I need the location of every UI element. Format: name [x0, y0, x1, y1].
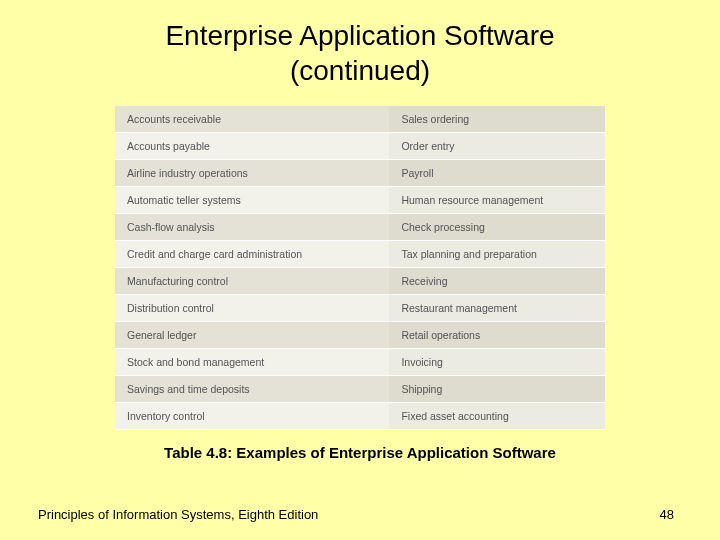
cell-left: Inventory control: [115, 403, 389, 429]
cell-left: Airline industry operations: [115, 160, 389, 186]
cell-left: Automatic teller systems: [115, 187, 389, 213]
cell-left: Credit and charge card administration: [115, 241, 389, 267]
cell-left: General ledger: [115, 322, 389, 348]
slide-title: Enterprise Application Software (continu…: [0, 0, 720, 88]
cell-left: Accounts receivable: [115, 106, 389, 132]
cell-right: Retail operations: [389, 322, 605, 348]
cell-left: Savings and time deposits: [115, 376, 389, 402]
cell-right: Human resource management: [389, 187, 605, 213]
cell-right: Payroll: [389, 160, 605, 186]
title-line-1: Enterprise Application Software: [165, 20, 554, 51]
table-row: Manufacturing control Receiving: [115, 268, 605, 295]
cell-right: Shipping: [389, 376, 605, 402]
cell-right: Tax planning and preparation: [389, 241, 605, 267]
cell-right: Order entry: [389, 133, 605, 159]
cell-right: Sales ordering: [389, 106, 605, 132]
cell-right: Receiving: [389, 268, 605, 294]
table-row: Savings and time deposits Shipping: [115, 376, 605, 403]
table-row: Stock and bond management Invoicing: [115, 349, 605, 376]
enterprise-software-table: Accounts receivable Sales ordering Accou…: [115, 106, 605, 430]
table-row: General ledger Retail operations: [115, 322, 605, 349]
cell-right: Restaurant management: [389, 295, 605, 321]
table-row: Credit and charge card administration Ta…: [115, 241, 605, 268]
table-row: Accounts receivable Sales ordering: [115, 106, 605, 133]
cell-left: Distribution control: [115, 295, 389, 321]
cell-left: Cash-flow analysis: [115, 214, 389, 240]
cell-left: Stock and bond management: [115, 349, 389, 375]
table-row: Distribution control Restaurant manageme…: [115, 295, 605, 322]
title-line-2: (continued): [290, 55, 430, 86]
cell-right: Check processing: [389, 214, 605, 240]
page-number: 48: [660, 507, 674, 522]
cell-left: Accounts payable: [115, 133, 389, 159]
cell-right: Fixed asset accounting: [389, 403, 605, 429]
cell-left: Manufacturing control: [115, 268, 389, 294]
table-row: Accounts payable Order entry: [115, 133, 605, 160]
footer-source: Principles of Information Systems, Eight…: [38, 507, 318, 522]
table-row: Airline industry operations Payroll: [115, 160, 605, 187]
table-row: Automatic teller systems Human resource …: [115, 187, 605, 214]
table-row: Inventory control Fixed asset accounting: [115, 403, 605, 430]
table-row: Cash-flow analysis Check processing: [115, 214, 605, 241]
cell-right: Invoicing: [389, 349, 605, 375]
table-caption: Table 4.8: Examples of Enterprise Applic…: [0, 444, 720, 461]
